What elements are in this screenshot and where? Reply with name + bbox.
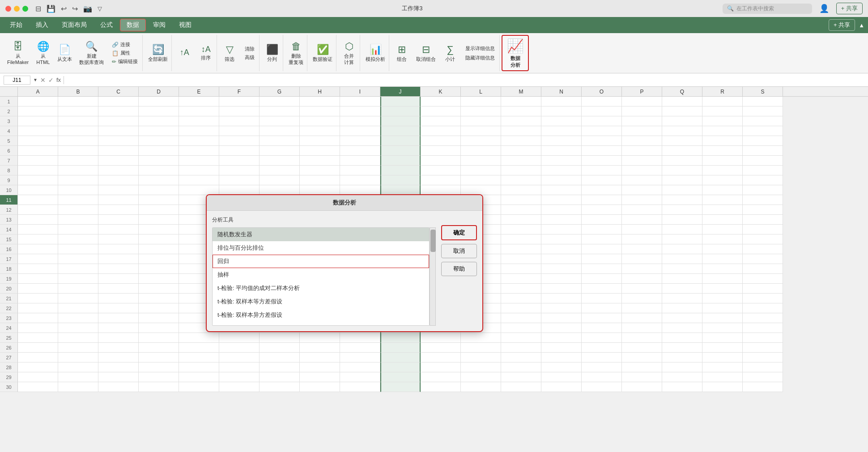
cell-I8[interactable]	[340, 166, 380, 175]
ribbon-property[interactable]: 📋 属性	[110, 49, 132, 57]
cell-L4[interactable]	[461, 126, 501, 136]
row-num-27[interactable]: 27	[0, 353, 18, 362]
cell-D24[interactable]	[139, 323, 179, 333]
cell-E4[interactable]	[179, 126, 219, 136]
cell-Q19[interactable]	[662, 274, 702, 284]
col-F[interactable]: F	[219, 87, 260, 96]
cell-S3[interactable]	[743, 116, 783, 126]
ribbon-new-db-query[interactable]: 🔍 新建数据库查询	[76, 35, 107, 71]
cell-A12[interactable]	[18, 205, 58, 215]
cell-S20[interactable]	[743, 284, 783, 294]
cell-S15[interactable]	[743, 235, 783, 244]
cell-O11[interactable]	[582, 195, 622, 205]
cell-M19[interactable]	[501, 274, 541, 284]
cell-B1[interactable]	[58, 97, 98, 107]
ribbon-from-text[interactable]: 📄 从文本	[54, 35, 76, 71]
cell-S22[interactable]	[743, 303, 783, 313]
cell-D23[interactable]	[139, 313, 179, 323]
cell-S7[interactable]	[743, 156, 783, 166]
cell-S11[interactable]	[743, 195, 783, 205]
cell-B26[interactable]	[58, 343, 98, 353]
ribbon-consolidate[interactable]: ⬡ 合并计算	[338, 35, 360, 71]
user-icon[interactable]: 👤	[819, 4, 829, 13]
cell-A14[interactable]	[18, 225, 58, 235]
cell-O20[interactable]	[582, 284, 622, 294]
cell-O6[interactable]	[582, 146, 622, 156]
cell-M25[interactable]	[501, 333, 541, 343]
cell-H28[interactable]	[300, 362, 340, 372]
cell-P18[interactable]	[622, 264, 662, 274]
cell-Q13[interactable]	[662, 215, 702, 225]
cell-H2[interactable]	[300, 107, 340, 116]
cell-A9[interactable]	[18, 175, 58, 185]
cell-L5[interactable]	[461, 136, 501, 146]
cell-C25[interactable]	[98, 333, 139, 343]
row-num-12[interactable]: 12	[0, 205, 18, 215]
col-A[interactable]: A	[18, 87, 58, 96]
cell-B24[interactable]	[58, 323, 98, 333]
row-num-17[interactable]: 17	[0, 254, 18, 264]
cell-F25[interactable]	[219, 333, 260, 343]
cell-J26[interactable]	[380, 343, 421, 353]
row-num-30[interactable]: 30	[0, 382, 18, 392]
cell-H27[interactable]	[300, 353, 340, 362]
cell-Q25[interactable]	[662, 333, 702, 343]
row-num-20[interactable]: 20	[0, 284, 18, 294]
cell-B16[interactable]	[58, 244, 98, 254]
cell-E7[interactable]	[179, 156, 219, 166]
cell-M29[interactable]	[501, 372, 541, 382]
dialog-list-item-4[interactable]: t-检验: 平均值的成对二样本分析	[213, 281, 429, 295]
cell-I7[interactable]	[340, 156, 380, 166]
cell-R11[interactable]	[702, 195, 743, 205]
cell-C2[interactable]	[98, 107, 139, 116]
cell-R6[interactable]	[702, 146, 743, 156]
hide-detail-btn[interactable]: 隐藏详细信息	[463, 54, 498, 62]
ribbon-data-validation[interactable]: ✅ 数据验证	[309, 35, 336, 71]
cell-S27[interactable]	[743, 353, 783, 362]
cell-B2[interactable]	[58, 107, 98, 116]
cell-G9[interactable]	[260, 175, 300, 185]
cell-N6[interactable]	[541, 146, 582, 156]
cell-D29[interactable]	[139, 372, 179, 382]
cell-A11[interactable]	[18, 195, 58, 205]
cell-Q7[interactable]	[662, 156, 702, 166]
cell-C16[interactable]	[98, 244, 139, 254]
cell-N29[interactable]	[541, 372, 582, 382]
cell-H7[interactable]	[300, 156, 340, 166]
cell-P15[interactable]	[622, 235, 662, 244]
cell-I28[interactable]	[340, 362, 380, 372]
menu-item-data[interactable]: 数据	[120, 19, 146, 31]
undo-icon[interactable]: ↩	[61, 4, 67, 13]
cell-D3[interactable]	[139, 116, 179, 126]
cell-K29[interactable]	[421, 372, 461, 382]
cell-R13[interactable]	[702, 215, 743, 225]
col-P[interactable]: P	[622, 87, 662, 96]
window-controls[interactable]	[5, 6, 28, 12]
cell-C13[interactable]	[98, 215, 139, 225]
col-G[interactable]: G	[260, 87, 300, 96]
row-num-25[interactable]: 25	[0, 333, 18, 343]
cell-O4[interactable]	[582, 126, 622, 136]
cell-N5[interactable]	[541, 136, 582, 146]
cell-P25[interactable]	[622, 333, 662, 343]
cell-P22[interactable]	[622, 303, 662, 313]
cell-C30[interactable]	[98, 382, 139, 392]
cell-R23[interactable]	[702, 313, 743, 323]
ribbon-clear[interactable]: 清除	[243, 45, 256, 53]
cell-K4[interactable]	[421, 126, 461, 136]
cell-N24[interactable]	[541, 323, 582, 333]
cell-N7[interactable]	[541, 156, 582, 166]
cell-B3[interactable]	[58, 116, 98, 126]
cell-R19[interactable]	[702, 274, 743, 284]
cell-F30[interactable]	[219, 382, 260, 392]
cell-E3[interactable]	[179, 116, 219, 126]
col-I[interactable]: I	[340, 87, 380, 96]
cell-Q10[interactable]	[662, 185, 702, 195]
cell-A13[interactable]	[18, 215, 58, 225]
cell-I26[interactable]	[340, 343, 380, 353]
cell-E30[interactable]	[179, 382, 219, 392]
cell-H5[interactable]	[300, 136, 340, 146]
cell-P3[interactable]	[622, 116, 662, 126]
cell-A4[interactable]	[18, 126, 58, 136]
cell-D19[interactable]	[139, 274, 179, 284]
